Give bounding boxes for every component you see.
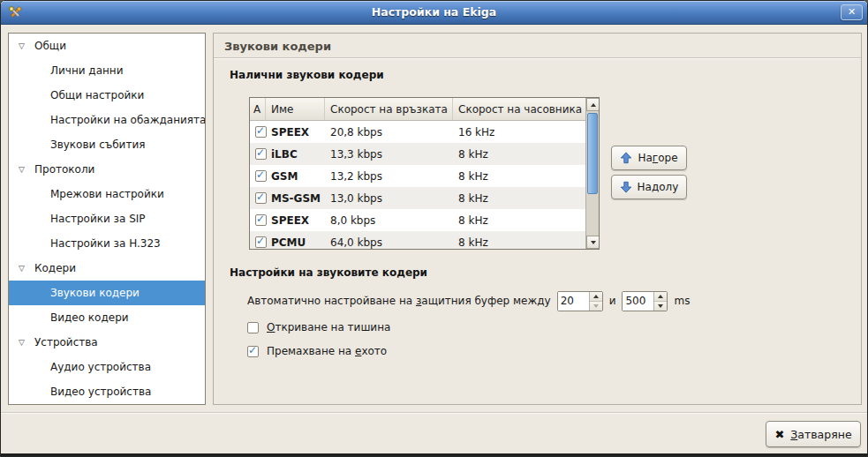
codec-enabled-checkbox[interactable]: ✓ [255, 148, 267, 160]
expander-icon[interactable]: ▽ [19, 338, 34, 347]
move-down-button[interactable]: Надолу [611, 175, 687, 199]
table-scrollbar[interactable] [585, 98, 599, 249]
echo-cancellation-label: Премахване на ехото [267, 345, 387, 357]
codec-enabled-checkbox[interactable]: ✓ [255, 236, 267, 248]
sidebar-item-label: Настройки за H.323 [9, 237, 161, 250]
jitter-conjunction: и [609, 295, 616, 307]
spin-up-icon [593, 295, 599, 298]
codec-name-cell: MS-GSM [266, 192, 325, 205]
spin-down-button[interactable] [590, 302, 602, 311]
silence-detection-option[interactable]: Откриване на тишина [247, 321, 390, 333]
codec-bandwidth-cell: 8,0 kbps [325, 214, 453, 227]
expander-icon[interactable]: ▽ [19, 264, 34, 273]
title-bar[interactable]: Настройки на Ekiga ✕ [1, 1, 867, 25]
sidebar-item[interactable]: Настройки за H.323 [9, 231, 205, 256]
jitter-max-input[interactable] [623, 292, 653, 311]
check-icon: ✓ [248, 344, 257, 356]
footer-separator [1, 412, 867, 414]
sidebar-item-label: Настройки за SIP [9, 213, 146, 225]
sidebar-item[interactable]: Аудио устройства [9, 355, 205, 379]
expander-icon[interactable]: ▽ [19, 165, 34, 174]
codec-clock-cell: 8 kHz [453, 170, 585, 183]
scroll-down-icon [591, 241, 596, 244]
sidebar-item[interactable]: Звукови кодери [9, 281, 205, 305]
codec-row[interactable]: ✓SPEEX20,8 kbps16 kHz [250, 121, 585, 143]
jitter-min-input[interactable] [558, 292, 589, 311]
jitter-buffer-row: Автоматично настройване на защитния буфе… [247, 290, 690, 311]
spin-up-button[interactable] [654, 292, 667, 302]
sidebar-item[interactable]: Мрежови настройки [9, 182, 205, 206]
jitter-max-spinner [622, 291, 668, 311]
check-icon: ✓ [256, 191, 265, 203]
column-header-name[interactable]: Име [266, 98, 325, 120]
echo-cancellation-checkbox[interactable]: ✓ [247, 346, 259, 357]
codec-name-cell: GSM [266, 170, 325, 183]
silence-detection-checkbox[interactable] [247, 322, 259, 333]
silence-detection-label: Откриване на тишина [267, 321, 390, 333]
close-x-icon: ✖ [774, 428, 784, 441]
sidebar-item[interactable]: ▽Кодери [9, 256, 205, 281]
sidebar-item[interactable]: ▽Протоколи [9, 157, 205, 182]
sidebar-item-label: Звукови кодери [9, 287, 140, 299]
check-icon: ✓ [256, 213, 265, 225]
close-dialog-button[interactable]: ✖ Затваряне [766, 421, 861, 447]
codec-row[interactable]: ✓PCMU64,0 kbps8 kHz [250, 231, 585, 250]
settings-section-heading: Настройки на звуковите кодери [230, 266, 427, 279]
sidebar-item-label: Лични данни [9, 64, 124, 77]
check-icon: ✓ [256, 169, 265, 181]
sidebar-item[interactable]: Звукови събития [9, 132, 205, 157]
sidebar-item[interactable]: Лични данни [9, 58, 205, 83]
sidebar-item-label: Звукови събития [9, 139, 145, 151]
codec-bandwidth-cell: 13,3 kbps [325, 148, 453, 161]
codec-row[interactable]: ✓SPEEX8,0 kbps8 kHz [250, 209, 585, 231]
scrollbar-thumb[interactable] [587, 113, 598, 194]
codec-enabled-checkbox[interactable]: ✓ [255, 192, 267, 204]
sidebar-item-label: Устройства [34, 336, 98, 348]
codec-clock-cell: 16 kHz [453, 126, 585, 139]
sidebar-item[interactable]: ▽Устройства [9, 330, 205, 355]
page-title: Звукови кодери [224, 40, 331, 53]
codec-bandwidth-cell: 13,2 kbps [325, 170, 453, 183]
close-dialog-label: Затваряне [790, 428, 851, 441]
sidebar-item-label: Настройки на обажданията [9, 114, 206, 126]
echo-cancellation-option[interactable]: ✓ Премахване на ехото [247, 345, 387, 357]
sidebar-item[interactable]: Общи настройки [9, 83, 205, 108]
sidebar-item[interactable]: Видео устройства [9, 379, 205, 404]
spin-up-icon [658, 295, 663, 298]
codec-clock-cell: 8 kHz [453, 236, 585, 249]
codec-name-cell: SPEEX [266, 126, 325, 139]
move-up-label: Нагоре [638, 152, 677, 164]
expander-icon[interactable]: ▽ [19, 41, 34, 50]
codec-row[interactable]: ✓iLBC13,3 kbps8 kHz [250, 143, 585, 165]
move-up-button[interactable]: Нагоре [611, 146, 687, 170]
window-close-button[interactable]: ✕ [841, 4, 863, 20]
codec-enabled-checkbox[interactable]: ✓ [255, 170, 267, 182]
arrow-up-icon [620, 152, 632, 164]
column-header-bandwidth[interactable]: Скорост на връзката [325, 98, 453, 120]
scroll-down-button[interactable] [586, 236, 600, 249]
codec-row[interactable]: ✓MS-GSM13,0 kbps8 kHz [250, 187, 585, 209]
sidebar-item[interactable]: ▽Общи [9, 34, 205, 58]
sidebar-item[interactable]: Видео кодери [9, 305, 205, 330]
column-header-active[interactable]: A [250, 98, 266, 120]
codec-bandwidth-cell: 20,8 kbps [325, 126, 453, 139]
codec-enabled-checkbox[interactable]: ✓ [255, 214, 267, 226]
codec-row[interactable]: ✓GSM13,2 kbps8 kHz [250, 165, 585, 187]
check-icon: ✓ [256, 124, 265, 137]
spin-up-button[interactable] [590, 292, 602, 302]
codec-clock-cell: 8 kHz [453, 214, 585, 227]
codec-table[interactable]: A Име Скорост на връзката Скорост на час… [249, 97, 600, 250]
codecs-section-heading: Налични звукови кодери [230, 69, 384, 81]
column-header-clock[interactable]: Скорост на часовника [453, 98, 585, 120]
codec-clock-cell: 8 kHz [453, 148, 585, 161]
sidebar-item[interactable]: Настройки на обажданията [9, 108, 205, 132]
codec-enabled-checkbox[interactable]: ✓ [255, 126, 267, 138]
jitter-min-spinner [557, 291, 603, 311]
spin-down-button[interactable] [654, 302, 667, 311]
spin-down-icon [658, 304, 663, 308]
check-icon: ✓ [256, 235, 265, 247]
arrow-down-icon [620, 181, 632, 193]
sidebar-item[interactable]: Настройки за SIP [9, 206, 205, 231]
sidebar-item-label: Общи настройки [9, 89, 144, 101]
scroll-up-button[interactable] [586, 98, 600, 111]
